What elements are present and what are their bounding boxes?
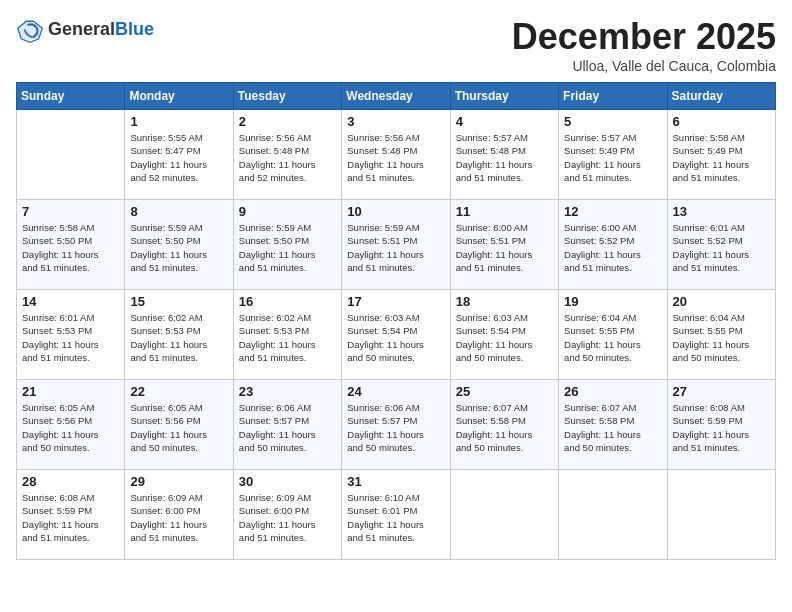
day-number: 14	[22, 294, 119, 309]
day-info: Sunrise: 5:57 AM Sunset: 5:49 PM Dayligh…	[564, 131, 661, 184]
day-info: Sunrise: 6:09 AM Sunset: 6:00 PM Dayligh…	[239, 491, 336, 544]
day-number: 10	[347, 204, 444, 219]
day-info: Sunrise: 6:05 AM Sunset: 5:56 PM Dayligh…	[22, 401, 119, 454]
day-number: 3	[347, 114, 444, 129]
calendar-cell: 19Sunrise: 6:04 AM Sunset: 5:55 PM Dayli…	[559, 290, 667, 380]
day-info: Sunrise: 6:07 AM Sunset: 5:58 PM Dayligh…	[564, 401, 661, 454]
day-number: 13	[673, 204, 770, 219]
day-info: Sunrise: 6:00 AM Sunset: 5:51 PM Dayligh…	[456, 221, 553, 274]
day-number: 23	[239, 384, 336, 399]
week-row-4: 21Sunrise: 6:05 AM Sunset: 5:56 PM Dayli…	[17, 380, 776, 470]
month-title: December 2025	[512, 16, 776, 58]
day-info: Sunrise: 6:09 AM Sunset: 6:00 PM Dayligh…	[130, 491, 227, 544]
calendar-cell	[559, 470, 667, 560]
day-info: Sunrise: 6:07 AM Sunset: 5:58 PM Dayligh…	[456, 401, 553, 454]
day-number: 22	[130, 384, 227, 399]
day-number: 5	[564, 114, 661, 129]
day-info: Sunrise: 6:00 AM Sunset: 5:52 PM Dayligh…	[564, 221, 661, 274]
page-header: GeneralBlue December 2025 Ulloa, Valle d…	[16, 16, 776, 74]
day-number: 28	[22, 474, 119, 489]
day-info: Sunrise: 6:08 AM Sunset: 5:59 PM Dayligh…	[673, 401, 770, 454]
day-number: 27	[673, 384, 770, 399]
weekday-header-wednesday: Wednesday	[342, 83, 450, 110]
day-number: 11	[456, 204, 553, 219]
calendar-cell: 5Sunrise: 5:57 AM Sunset: 5:49 PM Daylig…	[559, 110, 667, 200]
calendar-cell: 15Sunrise: 6:02 AM Sunset: 5:53 PM Dayli…	[125, 290, 233, 380]
day-number: 2	[239, 114, 336, 129]
calendar-cell: 1Sunrise: 5:55 AM Sunset: 5:47 PM Daylig…	[125, 110, 233, 200]
weekday-header-row: SundayMondayTuesdayWednesdayThursdayFrid…	[17, 83, 776, 110]
calendar-cell: 31Sunrise: 6:10 AM Sunset: 6:01 PM Dayli…	[342, 470, 450, 560]
calendar-cell	[450, 470, 558, 560]
calendar-cell: 28Sunrise: 6:08 AM Sunset: 5:59 PM Dayli…	[17, 470, 125, 560]
calendar-cell: 8Sunrise: 5:59 AM Sunset: 5:50 PM Daylig…	[125, 200, 233, 290]
day-number: 6	[673, 114, 770, 129]
location-subtitle: Ulloa, Valle del Cauca, Colombia	[512, 58, 776, 74]
logo-text: GeneralBlue	[48, 20, 154, 40]
day-info: Sunrise: 5:56 AM Sunset: 5:48 PM Dayligh…	[347, 131, 444, 184]
day-number: 16	[239, 294, 336, 309]
calendar-cell: 18Sunrise: 6:03 AM Sunset: 5:54 PM Dayli…	[450, 290, 558, 380]
day-info: Sunrise: 6:01 AM Sunset: 5:52 PM Dayligh…	[673, 221, 770, 274]
day-info: Sunrise: 5:55 AM Sunset: 5:47 PM Dayligh…	[130, 131, 227, 184]
day-info: Sunrise: 6:01 AM Sunset: 5:53 PM Dayligh…	[22, 311, 119, 364]
calendar-cell: 2Sunrise: 5:56 AM Sunset: 5:48 PM Daylig…	[233, 110, 341, 200]
calendar-cell: 14Sunrise: 6:01 AM Sunset: 5:53 PM Dayli…	[17, 290, 125, 380]
calendar-cell: 7Sunrise: 5:58 AM Sunset: 5:50 PM Daylig…	[17, 200, 125, 290]
calendar-cell: 20Sunrise: 6:04 AM Sunset: 5:55 PM Dayli…	[667, 290, 775, 380]
day-info: Sunrise: 6:02 AM Sunset: 5:53 PM Dayligh…	[239, 311, 336, 364]
day-info: Sunrise: 5:59 AM Sunset: 5:50 PM Dayligh…	[130, 221, 227, 274]
day-info: Sunrise: 6:04 AM Sunset: 5:55 PM Dayligh…	[673, 311, 770, 364]
title-block: December 2025 Ulloa, Valle del Cauca, Co…	[512, 16, 776, 74]
calendar-cell: 3Sunrise: 5:56 AM Sunset: 5:48 PM Daylig…	[342, 110, 450, 200]
day-info: Sunrise: 6:10 AM Sunset: 6:01 PM Dayligh…	[347, 491, 444, 544]
day-info: Sunrise: 6:03 AM Sunset: 5:54 PM Dayligh…	[347, 311, 444, 364]
calendar-cell: 12Sunrise: 6:00 AM Sunset: 5:52 PM Dayli…	[559, 200, 667, 290]
calendar-cell	[667, 470, 775, 560]
day-info: Sunrise: 5:59 AM Sunset: 5:50 PM Dayligh…	[239, 221, 336, 274]
day-number: 9	[239, 204, 336, 219]
calendar-cell: 24Sunrise: 6:06 AM Sunset: 5:57 PM Dayli…	[342, 380, 450, 470]
day-number: 12	[564, 204, 661, 219]
logo-icon	[16, 16, 44, 44]
weekday-header-thursday: Thursday	[450, 83, 558, 110]
calendar-cell: 21Sunrise: 6:05 AM Sunset: 5:56 PM Dayli…	[17, 380, 125, 470]
weekday-header-sunday: Sunday	[17, 83, 125, 110]
day-info: Sunrise: 6:04 AM Sunset: 5:55 PM Dayligh…	[564, 311, 661, 364]
day-number: 17	[347, 294, 444, 309]
day-info: Sunrise: 6:06 AM Sunset: 5:57 PM Dayligh…	[347, 401, 444, 454]
weekday-header-saturday: Saturday	[667, 83, 775, 110]
logo-blue-text: Blue	[115, 19, 154, 39]
calendar-cell: 26Sunrise: 6:07 AM Sunset: 5:58 PM Dayli…	[559, 380, 667, 470]
day-number: 18	[456, 294, 553, 309]
day-number: 29	[130, 474, 227, 489]
calendar-cell: 27Sunrise: 6:08 AM Sunset: 5:59 PM Dayli…	[667, 380, 775, 470]
calendar-cell: 30Sunrise: 6:09 AM Sunset: 6:00 PM Dayli…	[233, 470, 341, 560]
calendar-cell: 29Sunrise: 6:09 AM Sunset: 6:00 PM Dayli…	[125, 470, 233, 560]
day-number: 24	[347, 384, 444, 399]
day-number: 8	[130, 204, 227, 219]
day-number: 4	[456, 114, 553, 129]
day-info: Sunrise: 5:56 AM Sunset: 5:48 PM Dayligh…	[239, 131, 336, 184]
calendar-cell: 23Sunrise: 6:06 AM Sunset: 5:57 PM Dayli…	[233, 380, 341, 470]
calendar-cell	[17, 110, 125, 200]
day-number: 30	[239, 474, 336, 489]
day-info: Sunrise: 5:59 AM Sunset: 5:51 PM Dayligh…	[347, 221, 444, 274]
day-info: Sunrise: 5:58 AM Sunset: 5:50 PM Dayligh…	[22, 221, 119, 274]
weekday-header-tuesday: Tuesday	[233, 83, 341, 110]
day-info: Sunrise: 6:06 AM Sunset: 5:57 PM Dayligh…	[239, 401, 336, 454]
day-number: 25	[456, 384, 553, 399]
calendar-table: SundayMondayTuesdayWednesdayThursdayFrid…	[16, 82, 776, 560]
day-info: Sunrise: 6:08 AM Sunset: 5:59 PM Dayligh…	[22, 491, 119, 544]
day-number: 15	[130, 294, 227, 309]
calendar-cell: 9Sunrise: 5:59 AM Sunset: 5:50 PM Daylig…	[233, 200, 341, 290]
logo-general-text: General	[48, 19, 115, 39]
day-number: 1	[130, 114, 227, 129]
weekday-header-friday: Friday	[559, 83, 667, 110]
day-number: 20	[673, 294, 770, 309]
week-row-2: 7Sunrise: 5:58 AM Sunset: 5:50 PM Daylig…	[17, 200, 776, 290]
calendar-cell: 4Sunrise: 5:57 AM Sunset: 5:48 PM Daylig…	[450, 110, 558, 200]
calendar-cell: 17Sunrise: 6:03 AM Sunset: 5:54 PM Dayli…	[342, 290, 450, 380]
calendar-cell: 25Sunrise: 6:07 AM Sunset: 5:58 PM Dayli…	[450, 380, 558, 470]
day-number: 19	[564, 294, 661, 309]
